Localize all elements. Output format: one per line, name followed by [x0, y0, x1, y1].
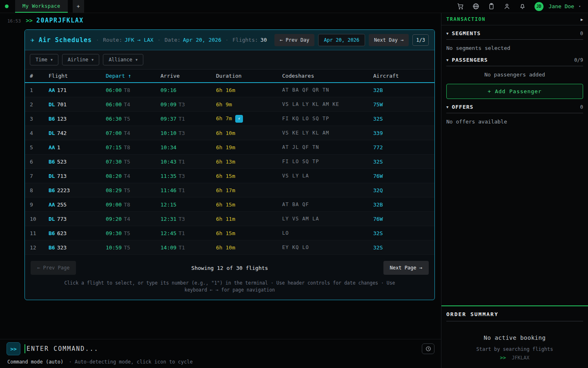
- row-number: 11: [30, 230, 49, 236]
- airline-code: B6: [49, 116, 55, 122]
- pagination-footer: ← Prev Page Showing 12 of 30 flights Nex…: [25, 255, 434, 279]
- bell-icon[interactable]: [519, 3, 526, 10]
- terminal-echo-line: 16:53 >> 20APRJFKLAX: [0, 13, 441, 24]
- table-row[interactable]: 5 AA1 07:15T8 10:34 6h 19m A: [25, 140, 434, 155]
- new-tab-button[interactable]: +: [73, 0, 84, 13]
- user-name: Jane Doe: [549, 3, 575, 9]
- arrive-terminal: T1: [178, 116, 185, 122]
- command-input[interactable]: [27, 345, 422, 352]
- echo-command: 20APRJFKLAX: [36, 17, 84, 24]
- arrive-terminal: T1: [178, 187, 185, 193]
- column-header-aircraft[interactable]: Aircraft: [373, 73, 434, 79]
- table-row[interactable]: 9 AA255 09:00T8 12:15 6h 15m: [25, 197, 434, 212]
- globe-icon[interactable]: [472, 3, 479, 10]
- chevron-down-icon: ▼: [91, 58, 94, 62]
- separator-dot: ·: [158, 37, 160, 43]
- date-picker-button[interactable]: Apr 20, 2026: [318, 34, 365, 46]
- row-number: 4: [30, 130, 49, 136]
- separator-dot: ·: [225, 37, 228, 43]
- column-header-arrive[interactable]: Arrive: [160, 73, 216, 79]
- codeshares-cell: FI LO SQ TP: [282, 159, 373, 164]
- collapse-triangle-icon: ▼: [446, 58, 448, 62]
- table-row[interactable]: 6 B6523 07:30T5 10:43T1 6h 13m: [25, 155, 434, 169]
- codeshares-cell: VS KE LY KL AM: [282, 130, 373, 136]
- arrive-terminal: T1: [178, 230, 185, 236]
- duration-cell: 6h 7m⚡: [216, 115, 282, 123]
- prev-page-button[interactable]: ← Prev Page: [31, 261, 76, 275]
- table-row[interactable]: 12 B6323 10:59T5 14:09T1 6h 10m: [25, 240, 434, 255]
- arrive-cell: 09:16: [160, 87, 216, 93]
- duration-cell: 6h 15m: [216, 230, 282, 236]
- workspace-tab[interactable]: My Workspace: [15, 0, 68, 13]
- segments-section-header[interactable]: ▼ SEGMENTS 0: [446, 30, 583, 40]
- table-row[interactable]: 3 B6123 06:30T5 09:37T1 6h 7m⚡: [25, 112, 434, 126]
- arrive-cell: 10:10T3: [160, 130, 216, 136]
- filter-alliance-button[interactable]: Alliance ▼: [103, 54, 143, 65]
- table-row[interactable]: 8 B62223 08:29T5 11:46T1 6h 17m: [25, 183, 434, 197]
- arrive-time: 09:16: [160, 87, 176, 93]
- table-row[interactable]: 7 DL713 08:20T4 11:35T3 6h 15m: [25, 169, 434, 183]
- filter-airline-button[interactable]: Airline ▼: [62, 54, 99, 65]
- column-header-num[interactable]: #: [30, 73, 49, 79]
- arrive-cell: 09:09T3: [160, 101, 216, 108]
- filter-time-label: Time: [36, 57, 47, 63]
- airline-code: AA: [49, 87, 55, 93]
- panel-title: Air Schedules: [39, 36, 92, 44]
- arrive-time: 12:31: [160, 216, 176, 222]
- add-passenger-button[interactable]: + Add Passenger: [446, 84, 583, 99]
- passengers-empty-text: No passengers added: [446, 66, 583, 79]
- table-row[interactable]: 11 B6623 09:30T5 12:45T1 6h 15m: [25, 226, 434, 240]
- help-text: Click a flight to select, or type its nu…: [25, 279, 434, 300]
- duration-cell: 6h 19m: [216, 144, 282, 150]
- next-day-button[interactable]: Next Day →: [369, 34, 409, 46]
- duration-cell: 6h 13m: [216, 159, 282, 165]
- filter-airline-label: Airline: [68, 57, 89, 63]
- arrive-terminal: T1: [178, 245, 185, 251]
- transaction-header: TRANSACTION ▶: [441, 13, 588, 25]
- airline-code: B6: [49, 187, 55, 193]
- depart-cell: 07:30T5: [106, 159, 160, 165]
- showing-count-text: Showing 12 of 30 flights: [76, 265, 383, 271]
- aircraft-cell: 75W: [373, 101, 434, 108]
- duration-value: 6h 13m: [216, 159, 235, 165]
- row-number: 12: [30, 245, 49, 251]
- passengers-section-header[interactable]: ▼ PASSENGERS 0/9: [446, 57, 583, 66]
- column-header-codeshares[interactable]: Codeshares: [282, 73, 373, 79]
- depart-cell: 06:30T5: [106, 116, 160, 122]
- filter-time-button[interactable]: Time ▼: [30, 54, 58, 65]
- expand-right-icon[interactable]: ▶: [581, 17, 583, 22]
- airline-code: AA: [49, 144, 55, 150]
- depart-terminal: T5: [124, 187, 130, 193]
- table-row[interactable]: 2 DL701 06:00T4 09:09T3 6h 9m: [25, 97, 434, 112]
- table-row[interactable]: 4 DL742 07:00T4 10:10T3 6h 10m: [25, 126, 434, 140]
- command-mode-icon[interactable]: >>: [7, 342, 20, 355]
- column-header-duration[interactable]: Duration: [216, 73, 282, 79]
- flight-cell: B6323: [49, 245, 106, 251]
- depart-time: 07:30: [106, 159, 122, 165]
- history-button[interactable]: [422, 343, 434, 354]
- table-row[interactable]: 1 AA171 06:00T8 09:16 6h 16m: [25, 83, 434, 97]
- prev-day-button[interactable]: ← Prev Day: [274, 34, 314, 46]
- column-header-depart[interactable]: Depart ↑: [106, 73, 160, 79]
- flight-cell: DL713: [49, 173, 106, 179]
- arrive-cell: 10:43T1: [160, 159, 216, 165]
- offers-section-header[interactable]: ▼ OFFERS 0: [446, 104, 583, 113]
- clipboard-icon[interactable]: [488, 3, 495, 10]
- depart-cell: 09:00T8: [106, 202, 160, 208]
- date-label: Date:: [165, 37, 180, 43]
- flight-cell: AA171: [49, 87, 106, 93]
- flight-cell: AA1: [49, 144, 106, 150]
- chevron-down-icon[interactable]: ▾: [579, 4, 581, 8]
- arrive-time: 09:09: [160, 101, 176, 108]
- column-header-flight[interactable]: Flight: [49, 73, 106, 79]
- status-dot-icon: [5, 4, 9, 8]
- flight-cell: B62223: [49, 187, 106, 193]
- cart-icon[interactable]: [457, 3, 464, 10]
- next-page-button[interactable]: Next Page →: [383, 261, 429, 275]
- user-avatar[interactable]: JD: [535, 2, 543, 11]
- duration-value: 6h 15m: [216, 202, 235, 208]
- arrive-terminal: T3: [178, 216, 185, 222]
- table-row[interactable]: 10 DL773 09:20T4 12:31T3 6h 11m: [25, 212, 434, 226]
- aircraft-cell: 339: [373, 130, 434, 136]
- user-icon[interactable]: [503, 3, 510, 10]
